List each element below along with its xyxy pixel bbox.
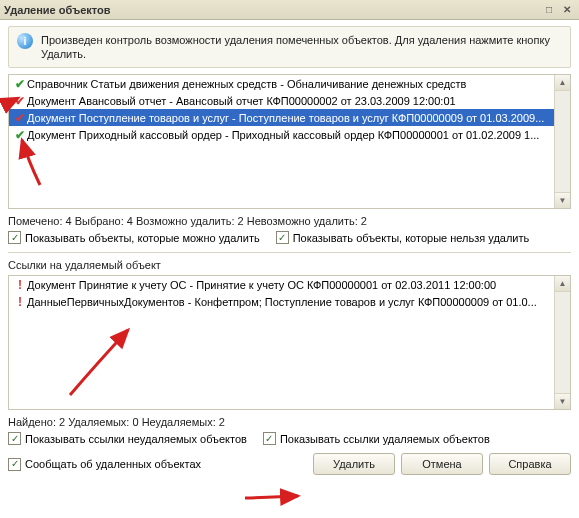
checkbox-label: Показывать ссылки неудаляемых объектов xyxy=(25,433,247,445)
scroll-up-icon[interactable]: ▲ xyxy=(555,276,570,292)
list-item-text: Справочник Статьи движения денежных сред… xyxy=(27,78,466,90)
list-item-text: ДанныеПервичныхДокументов - Конфетпром; … xyxy=(27,296,537,308)
info-icon: i xyxy=(17,33,33,49)
checkbox-label: Показывать ссылки удаляемых объектов xyxy=(280,433,490,445)
warning-icon: ! xyxy=(13,279,27,291)
checkbox-icon: ✓ xyxy=(8,231,21,244)
list-item[interactable]: ✔Документ Поступление товаров и услуг - … xyxy=(9,109,570,126)
checkbox-label: Показывать объекты, которые можно удалит… xyxy=(25,232,260,244)
delete-button[interactable]: Удалить xyxy=(313,453,395,475)
info-banner: i Произведен контроль возможности удален… xyxy=(8,26,571,68)
checkbox-label: Сообщать об удаленных объектах xyxy=(25,458,201,470)
warning-icon: ✔ xyxy=(13,95,27,107)
list-item[interactable]: !Документ Принятие к учету ОС - Принятие… xyxy=(9,276,570,293)
objects-status: Помечено: 4 Выбрано: 4 Возможно удалить:… xyxy=(8,215,571,227)
maximize-icon[interactable]: □ xyxy=(541,3,557,17)
list-item-text: Документ Приходный кассовый ордер - Прих… xyxy=(27,129,539,141)
window-title: Удаление объектов xyxy=(4,4,111,16)
close-icon[interactable]: ✕ xyxy=(559,3,575,17)
objects-list[interactable]: ✔Справочник Статьи движения денежных сре… xyxy=(8,74,571,209)
checkbox-show-nondeletable[interactable]: ✓ Показывать объекты, которые нельзя уда… xyxy=(276,231,530,244)
checkbox-icon: ✓ xyxy=(8,432,21,445)
list-item[interactable]: ✔Справочник Статьи движения денежных сре… xyxy=(9,75,570,92)
checkbox-show-refs-deletable[interactable]: ✓ Показывать ссылки удаляемых объектов xyxy=(263,432,490,445)
info-text: Произведен контроль возможности удаления… xyxy=(41,33,562,61)
refs-title: Ссылки на удаляемый объект xyxy=(8,259,571,271)
list-item[interactable]: !ДанныеПервичныхДокументов - Конфетпром;… xyxy=(9,293,570,310)
list-item-text: Документ Принятие к учету ОС - Принятие … xyxy=(27,279,496,291)
warning-icon: ✔ xyxy=(13,112,27,124)
title-bar: Удаление объектов □ ✕ xyxy=(0,0,579,20)
cancel-button[interactable]: Отмена xyxy=(401,453,483,475)
scroll-up-icon[interactable]: ▲ xyxy=(555,75,570,91)
checkmark-icon: ✔ xyxy=(13,78,27,90)
checkmark-icon: ✔ xyxy=(13,129,27,141)
warning-icon: ! xyxy=(13,296,27,308)
refs-list[interactable]: !Документ Принятие к учету ОС - Принятие… xyxy=(8,275,571,410)
scroll-down-icon[interactable]: ▼ xyxy=(555,192,570,208)
checkbox-icon: ✓ xyxy=(8,458,21,471)
checkbox-show-refs-nondeletable[interactable]: ✓ Показывать ссылки неудаляемых объектов xyxy=(8,432,247,445)
scrollbar[interactable]: ▲ ▼ xyxy=(554,276,570,409)
checkbox-report-deleted[interactable]: ✓ Сообщать об удаленных объектах xyxy=(8,458,201,471)
list-item-text: Документ Авансовый отчет - Авансовый отч… xyxy=(27,95,456,107)
refs-status: Найдено: 2 Удаляемых: 0 Неудаляемых: 2 xyxy=(8,416,571,428)
list-item-text: Документ Поступление товаров и услуг - П… xyxy=(27,112,544,124)
checkbox-show-deletable[interactable]: ✓ Показывать объекты, которые можно удал… xyxy=(8,231,260,244)
checkbox-icon: ✓ xyxy=(263,432,276,445)
list-item[interactable]: ✔Документ Авансовый отчет - Авансовый от… xyxy=(9,92,570,109)
checkbox-icon: ✓ xyxy=(276,231,289,244)
scroll-down-icon[interactable]: ▼ xyxy=(555,393,570,409)
list-item[interactable]: ✔Документ Приходный кассовый ордер - При… xyxy=(9,126,570,143)
help-button[interactable]: Справка xyxy=(489,453,571,475)
checkbox-label: Показывать объекты, которые нельзя удали… xyxy=(293,232,530,244)
scrollbar[interactable]: ▲ ▼ xyxy=(554,75,570,208)
horizontal-separator xyxy=(8,252,571,253)
